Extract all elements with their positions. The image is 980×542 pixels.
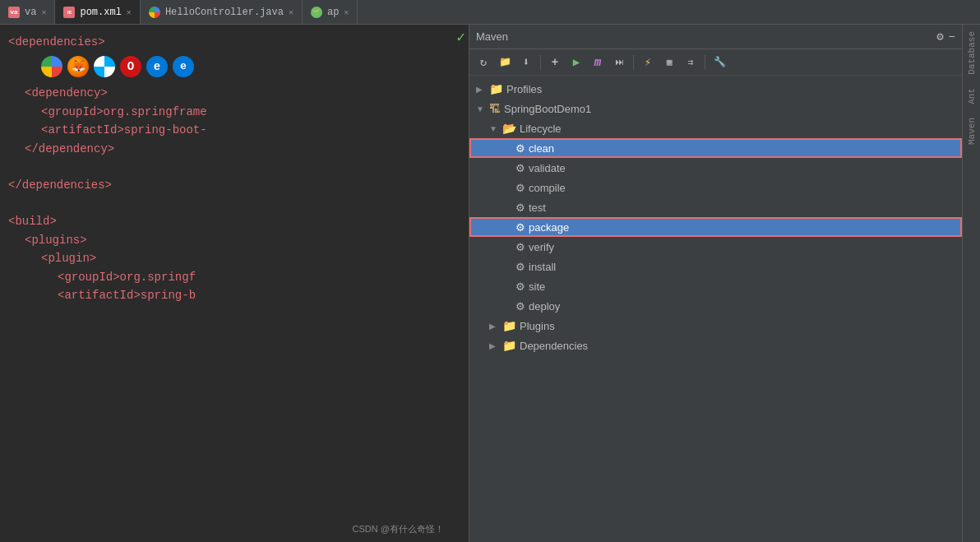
tree-label-dependencies: Dependencies (520, 340, 962, 352)
tab-bar: va va ✕ m pom.xml ✕ HelloController.java… (0, 0, 980, 25)
sidebar-tab-database[interactable]: Database (964, 25, 980, 81)
tree-label-install: install (529, 261, 962, 273)
tree-item-verify[interactable]: ⚙ verify (469, 237, 962, 257)
ie-icon: e (146, 56, 168, 77)
tab-pom[interactable]: m pom.xml ✕ (55, 0, 140, 24)
safari-icon (94, 56, 115, 77)
tab-hello[interactable]: HelloController.java ✕ (141, 0, 303, 24)
tree-arrow-plugins: ▶ (489, 322, 499, 331)
tree-label-plugins: Plugins (520, 320, 962, 332)
tree-item-install[interactable]: ⚙ install (469, 257, 962, 276)
code-line-deps-close: </dependencies> (8, 176, 469, 194)
toolbar-collapse-button[interactable]: ⇉ (682, 53, 700, 72)
code-line-artifactid: <artifactId>spring-boot- (41, 121, 469, 139)
tree-item-clean[interactable]: ⚙ clean (469, 138, 962, 158)
checkmark-icon: ✓ (456, 28, 465, 46)
tab-close-hello[interactable]: ✕ (289, 7, 294, 17)
gear-icon-deploy: ⚙ (515, 300, 525, 313)
xml-tag-deps-close: </dependencies> (8, 176, 112, 194)
tree-item-compile[interactable]: ⚙ compile (469, 178, 962, 197)
settings-icon[interactable]: ⚙ (936, 30, 943, 44)
maven-header: Maven ⚙ − (469, 25, 962, 49)
tab-icon-ap: 🌱 (311, 7, 322, 18)
toolbar-download-button[interactable]: ⬇ (517, 53, 535, 72)
tree-item-validate[interactable]: ⚙ validate (469, 158, 962, 178)
tab-icon-va: va (8, 7, 20, 18)
code-line-build: <build> (8, 212, 469, 230)
browser-icons-row: 🦊 O e e (41, 56, 469, 77)
tree-item-lifecycle[interactable]: ▼ 📂 Lifecycle (469, 118, 962, 138)
xml-tag-artifactid2: <artifactId>spring-b (58, 286, 196, 304)
empty-line-1 (8, 158, 469, 176)
tree-label-package: package (529, 221, 962, 234)
xml-tag-dep-close: </dependency> (25, 140, 114, 158)
folder-icon-profiles: 📁 (489, 82, 503, 95)
maven-header-icons: ⚙ − (936, 30, 955, 44)
tree-item-site[interactable]: ⚙ site (469, 276, 962, 296)
tab-icon-hello (149, 7, 160, 18)
toolbar-plus-button[interactable]: + (546, 53, 564, 72)
gear-icon-validate: ⚙ (515, 162, 525, 174)
xml-tag-groupid2: <groupId>org.springf (58, 268, 196, 286)
toolbar-add-button[interactable]: 📁 (496, 53, 514, 72)
sidebar-tab-maven[interactable]: Maven (964, 111, 980, 151)
gear-icon-compile: ⚙ (515, 182, 525, 194)
tree-item-test[interactable]: ⚙ test (469, 197, 962, 217)
project-icon-springbootdemo1: 🏗 (489, 102, 501, 115)
maven-tree: ▶ 📁 Profiles ▼ 🏗 SpringBootDemo1 ▼ 📂 Lif… (469, 76, 962, 542)
minimize-icon[interactable]: − (949, 30, 955, 44)
code-line-1: <dependencies> (8, 33, 469, 51)
opera-icon: O (120, 56, 141, 77)
folder-icon-plugins: 📁 (502, 319, 516, 332)
gear-icon-verify: ⚙ (515, 241, 525, 253)
gear-icon-test: ⚙ (515, 202, 525, 214)
tab-close-pom[interactable]: ✕ (127, 7, 132, 17)
folder-icon-dependencies: 📁 (502, 339, 516, 352)
toolbar-columns-button[interactable]: ▦ (660, 53, 678, 72)
toolbar-m-button[interactable]: m (589, 53, 607, 72)
code-line-dep: <dependency> (25, 84, 469, 102)
tree-label-clean: clean (529, 142, 962, 155)
tab-close-va[interactable]: ✕ (41, 7, 46, 17)
firefox-icon: 🦊 (67, 56, 89, 77)
tree-item-deploy[interactable]: ⚙ deploy (469, 296, 962, 316)
sidebar-tab-ant[interactable]: Ant (964, 81, 980, 111)
tab-label-hello: HelloController.java (165, 7, 284, 18)
tree-item-dependencies[interactable]: ▶ 📁 Dependencies (469, 336, 962, 355)
tab-close-ap[interactable]: ✕ (344, 7, 349, 17)
tab-label-va: va (25, 7, 36, 18)
tree-label-profiles: Profiles (506, 83, 962, 95)
empty-line-2 (8, 194, 469, 212)
edge-icon: e (173, 56, 194, 77)
xml-tag: <dependencies> (8, 33, 105, 51)
toolbar-skip-button[interactable]: ⏭ (610, 53, 628, 72)
maven-panel-title: Maven (476, 30, 508, 43)
xml-tag-plugins: <plugins> (25, 231, 87, 249)
tab-label-pom: pom.xml (80, 7, 121, 18)
xml-tag-groupid: <groupId>org.springframe (41, 103, 207, 121)
xml-tag-plugin: <plugin> (41, 249, 96, 267)
toolbar-sep-2 (633, 55, 634, 70)
toolbar-refresh-button[interactable]: ↻ (474, 53, 492, 72)
xml-tag-build: <build> (8, 212, 57, 230)
code-line-dep-close: </dependency> (25, 140, 469, 158)
tab-va[interactable]: va va ✕ (0, 0, 55, 24)
tree-label-site: site (529, 280, 962, 293)
tree-item-springbootdemo1[interactable]: ▼ 🏗 SpringBootDemo1 (469, 99, 962, 118)
toolbar-sep-1 (540, 55, 541, 70)
toolbar-lightning-button[interactable]: ⚡ (639, 53, 657, 72)
tab-ap[interactable]: 🌱 ap ✕ (303, 0, 358, 24)
toolbar-sep-3 (705, 55, 705, 70)
tree-label-test: test (529, 202, 962, 214)
tree-item-profiles[interactable]: ▶ 📁 Profiles (469, 79, 962, 99)
tree-item-plugins[interactable]: ▶ 📁 Plugins (469, 316, 962, 336)
tree-label-validate: validate (529, 162, 962, 174)
tree-arrow-profiles: ▶ (476, 85, 486, 94)
tree-label-verify: verify (529, 241, 962, 253)
toolbar-wrench-button[interactable]: 🔧 (710, 53, 728, 72)
toolbar-run-button[interactable]: ▶ (567, 53, 585, 72)
tree-item-package[interactable]: ⚙ package (469, 217, 962, 237)
code-line-artifactid2: <artifactId>spring-b (58, 286, 469, 304)
editor-content: <dependencies> 🦊 O e e <dependency> (0, 25, 469, 313)
main-area: ✓ <dependencies> 🦊 O e e (0, 25, 980, 542)
